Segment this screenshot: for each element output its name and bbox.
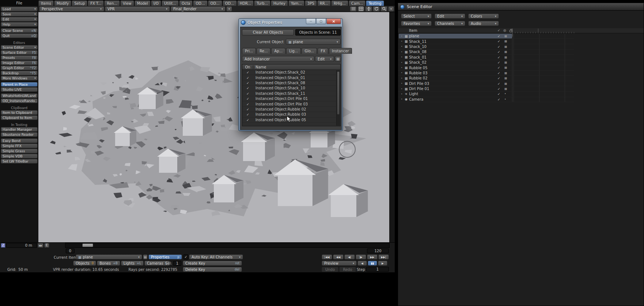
dialog-title-bar[interactable]: Object Properties	[239, 19, 342, 27]
start-frame-field[interactable]: 0	[66, 249, 75, 253]
scene-editor-menu-dropdown[interactable]: Select	[401, 14, 432, 19]
item-badge-icon[interactable]: ▦	[504, 50, 507, 53]
current-object-dropdown[interactable]: plane	[286, 39, 341, 45]
instancer-row[interactable]: Instanced Object:Dirt Pile 01	[242, 96, 336, 101]
render-target-dropdown[interactable]: Final_Render	[171, 6, 226, 12]
frame-slider-track[interactable]	[65, 243, 390, 248]
sidebar-item[interactable]: Load	[1, 7, 38, 11]
item-badge-icon[interactable]: ▦	[504, 56, 507, 59]
expander-dot-icon[interactable]: •	[401, 45, 402, 48]
scene-item-row[interactable]: • ▦ Shack_10 ▦	[398, 44, 574, 49]
dialog-tab[interactable]: Re...	[257, 48, 270, 54]
sidebar-item[interactable]: Easy Bend	[1, 138, 38, 143]
view-mode-dropdown[interactable]: Perspective	[39, 6, 104, 12]
selection-mode-button[interactable]: Bones +B	[97, 261, 120, 266]
scene-editor-menu-dropdown[interactable]: Favorites	[401, 21, 432, 26]
scene-item-row[interactable]: • ☀ Light •	[398, 92, 574, 97]
sidebar-item[interactable]: Surface Editor F5	[1, 50, 38, 55]
render-options-dropdown[interactable]	[226, 6, 232, 12]
item-check-icon[interactable]	[497, 40, 500, 43]
item-check-icon[interactable]	[497, 66, 500, 70]
sidebar-item[interactable]: Simple FFX	[1, 143, 38, 148]
sidebar-item[interactable]: Quit +Q	[1, 33, 38, 38]
item-badge-icon[interactable]: •	[504, 98, 506, 101]
next-frame-button[interactable]: |▶	[356, 254, 366, 260]
axis-stepper-icon[interactable]	[38, 243, 43, 248]
scrollbar[interactable]	[336, 70, 340, 126]
item-timeline-cell[interactable]	[512, 76, 574, 81]
menu-tab[interactable]: FX T...	[88, 0, 104, 6]
instancer-row[interactable]: Instanced Object:Dirt Pile 03	[242, 101, 336, 107]
sidebar-item[interactable]: Clear Scene +N	[1, 28, 38, 33]
play-forward-button[interactable]: ▶	[378, 261, 387, 266]
item-badge-icon[interactable]: ▦	[504, 87, 507, 90]
sidebar-item[interactable]: Set LW TitleBar	[1, 159, 38, 164]
scene-item-row[interactable]: • ▦ Shack_08 ▦	[398, 49, 574, 55]
enabled-check-icon[interactable]	[242, 97, 253, 101]
item-check-icon[interactable]	[497, 34, 500, 38]
expander-dot-icon[interactable]: •	[401, 77, 402, 80]
undo-button[interactable]: Undo	[322, 267, 338, 272]
item-timeline-cell[interactable]	[512, 55, 574, 60]
item-timeline-cell[interactable]	[512, 34, 574, 38]
selection-mode-button[interactable]: Objects 0	[73, 261, 96, 266]
end-frame-field[interactable]: 120	[367, 249, 389, 253]
sidebar-item[interactable]: Sbustance Reader	[1, 132, 38, 137]
scene-editor-title-bar[interactable]: Scene Editor	[398, 3, 644, 11]
menu-list-icon[interactable]	[350, 6, 357, 12]
item-check-icon[interactable]	[497, 71, 500, 75]
envelope-button[interactable]: E	[44, 243, 49, 248]
expander-dot-icon[interactable]: •	[401, 56, 402, 59]
enabled-check-icon[interactable]	[242, 107, 253, 111]
sidebar-item[interactable]: Image Editor F6	[1, 60, 38, 65]
menu-tab[interactable]: Yam...	[288, 0, 304, 6]
item-timeline-cell[interactable]	[512, 49, 574, 54]
scene-item-row[interactable]: • ▦ Shack_11 ▦	[398, 39, 574, 44]
close-icon[interactable]	[326, 19, 341, 24]
menu-tab[interactable]: Testing	[366, 0, 384, 6]
scene-item-row[interactable]: • ▦ Rubble 03 ▦	[398, 71, 574, 76]
go-to-last-frame-button[interactable]: ▶▶|	[378, 254, 389, 260]
scene-editor-menu-dropdown[interactable]: Channels	[435, 21, 465, 26]
sidebar-item[interactable]: In Testing	[1, 122, 38, 127]
scene-editor-menu-dropdown[interactable]: Edit	[435, 14, 465, 19]
magnifier-icon[interactable]	[380, 6, 387, 12]
dialog-tab[interactable]: Glo...	[302, 48, 317, 54]
clear-all-objects-button[interactable]: Clear All Objects	[242, 29, 294, 36]
expander-dot-icon[interactable]: •	[401, 35, 402, 38]
scene-item-row[interactable]: • ▦ Dirt Pile 03 ▦	[398, 81, 574, 86]
sidebar-item[interactable]: Simple Grass	[1, 149, 38, 153]
current-item-dropdown[interactable]: plane	[76, 254, 142, 260]
step-value-field[interactable]: 1	[366, 267, 389, 272]
axis-chip[interactable]: Z	[1, 243, 5, 248]
item-badge-icon[interactable]: •	[504, 92, 506, 96]
sidebar-item[interactable]: ClipBoard	[1, 105, 38, 110]
pause-button[interactable]: ▮▮	[368, 261, 377, 266]
menu-tab[interactable]: OD...	[208, 0, 222, 6]
item-timeline-cell[interactable]	[512, 97, 574, 102]
selection-mode-button[interactable]: Lights +L	[121, 261, 144, 266]
redo-button[interactable]: Redo	[339, 267, 356, 272]
toolbar-more-dropdown[interactable]	[388, 6, 394, 12]
expander-dot-icon[interactable]: •	[401, 51, 402, 53]
frame-slider-handle[interactable]	[82, 243, 93, 247]
instancer-row[interactable]: Instanced Object:Rubble 03	[242, 112, 336, 117]
menu-tab[interactable]: Model	[135, 0, 151, 6]
auto-key-dropdown[interactable]: Auto Key: All Channels	[189, 254, 243, 260]
previous-frame-button[interactable]: ◀|	[344, 254, 355, 260]
menu-tab[interactable]: Utilit...	[162, 0, 179, 6]
menu-tab[interactable]: Modify	[54, 0, 71, 6]
sidebar-item[interactable]: Presets F8	[1, 55, 38, 60]
sidebar-item[interactable]: Help	[1, 22, 38, 27]
menu-tab[interactable]: I/O	[151, 0, 161, 6]
dialog-tab[interactable]: Pri...	[242, 48, 256, 54]
expander-dot-icon[interactable]: •	[401, 82, 402, 85]
menu-tab[interactable]: Cam...	[349, 0, 365, 6]
menu-tab[interactable]: Items	[38, 0, 54, 6]
instancer-row[interactable]: Instanced Object:Shack_01	[242, 75, 336, 80]
item-timeline-cell[interactable]	[512, 92, 574, 96]
menu-tab[interactable]: View	[120, 0, 134, 6]
item-check-icon[interactable]	[497, 92, 500, 96]
menu-tab[interactable]: OD...	[223, 0, 237, 6]
enabled-check-icon[interactable]	[242, 76, 253, 80]
